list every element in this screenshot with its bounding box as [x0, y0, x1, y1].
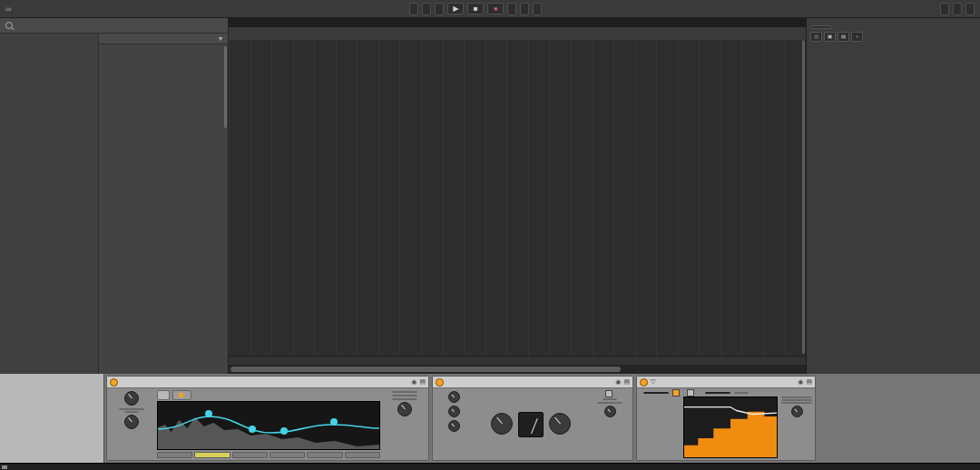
- soft-clip-button[interactable]: [603, 398, 617, 400]
- feedback-knob[interactable]: [124, 415, 139, 429]
- drywet-knob[interactable]: [397, 402, 412, 416]
- eq-node-4[interactable]: [330, 418, 338, 426]
- track-header-panel: ◎ ▣ ▤ ＋: [806, 18, 980, 374]
- ableton-live-window: ∞ ▶ ■ ● ▾: [0, 0, 980, 470]
- loop-length[interactable]: [533, 3, 542, 15]
- time-signature[interactable]: [435, 3, 444, 15]
- io-toggle-icon[interactable]: ▣: [824, 32, 836, 42]
- browser-search[interactable]: [0, 18, 228, 34]
- makeup-knob[interactable]: [549, 413, 571, 435]
- vu-needle: [531, 418, 538, 434]
- horizontal-scrollbar[interactable]: [229, 365, 806, 374]
- fold-icon[interactable]: ▽: [651, 378, 655, 386]
- drywet-knob[interactable]: [791, 406, 803, 417]
- rms-button[interactable]: [781, 399, 812, 401]
- glue-right-controls: [590, 390, 630, 458]
- glue-center: [475, 390, 586, 458]
- eq-display[interactable]: [157, 401, 380, 450]
- tempo-display[interactable]: [422, 3, 431, 15]
- eq-section: [157, 390, 380, 458]
- send-knob[interactable]: [124, 391, 139, 406]
- device-header[interactable]: ◉ ▤: [433, 377, 632, 388]
- glue-left-controls: [436, 390, 472, 458]
- threshold-knob[interactable]: [491, 413, 513, 435]
- drywet-knob[interactable]: [604, 406, 616, 417]
- transport-bar: ∞ ▶ ■ ●: [0, 0, 980, 18]
- device-on-toggle[interactable]: [436, 378, 444, 387]
- chain-tab-eq[interactable]: [172, 390, 191, 400]
- hotswap-icon[interactable]: ◉: [615, 378, 621, 386]
- loop-start[interactable]: [520, 3, 529, 15]
- output-checkbox[interactable]: [687, 389, 694, 397]
- out-value[interactable]: [705, 392, 730, 394]
- mixer-toggle-icon[interactable]: ▤: [838, 32, 849, 42]
- voltage-value[interactable]: [392, 395, 417, 397]
- save-preset-icon[interactable]: ▤: [623, 378, 630, 386]
- compressor-top-strip: [637, 388, 815, 397]
- set-button[interactable]: [810, 25, 832, 29]
- thresh-value[interactable]: [643, 392, 669, 394]
- eq-node-2[interactable]: [249, 426, 256, 433]
- predelay-value[interactable]: [119, 408, 144, 410]
- link-icon[interactable]: ∞: [5, 5, 11, 14]
- hotswap-icon[interactable]: ◉: [798, 378, 803, 386]
- search-icon: [5, 22, 13, 29]
- device-on-toggle[interactable]: [640, 378, 648, 387]
- vertical-scrollbar[interactable]: [802, 40, 805, 354]
- device-on-toggle[interactable]: [110, 378, 118, 387]
- tree-header[interactable]: ▾: [99, 34, 228, 44]
- scrollbar-thumb[interactable]: [230, 367, 621, 372]
- gain-reduction-meter: [518, 412, 544, 437]
- compressor-activity-display[interactable]: [683, 397, 778, 458]
- follow-icon[interactable]: ◎: [810, 32, 822, 42]
- ratio-knob[interactable]: [448, 420, 460, 432]
- save-preset-icon[interactable]: ▤: [419, 378, 426, 386]
- tree-scrollbar[interactable]: [224, 46, 227, 128]
- eq-band-row[interactable]: [157, 452, 380, 458]
- stereo-value[interactable]: [392, 391, 417, 393]
- hotswap-icon[interactable]: ◉: [411, 378, 416, 386]
- chain-color-swatch: [179, 393, 183, 397]
- ms-toggle[interactable]: [124, 411, 139, 413]
- eq-band-chip[interactable]: [232, 452, 268, 458]
- record-button[interactable]: ●: [487, 3, 504, 15]
- device-chain: ◉ ▤: [104, 374, 980, 463]
- eq-band-chip[interactable]: [270, 452, 305, 458]
- expand-button[interactable]: [781, 402, 812, 404]
- clip-checkbox[interactable]: [605, 390, 612, 397]
- threshold-section: [491, 413, 513, 436]
- play-button[interactable]: ▶: [447, 3, 464, 15]
- stop-button[interactable]: ■: [467, 3, 484, 15]
- eq-node-1[interactable]: [205, 410, 212, 417]
- eq-band-chip-selected[interactable]: [194, 452, 230, 458]
- bass-mono-value[interactable]: [392, 398, 417, 400]
- eq-node-3[interactable]: [280, 427, 288, 435]
- sort-icon[interactable]: ▾: [219, 34, 222, 44]
- peak-button[interactable]: [781, 397, 812, 398]
- rack-right-controls: [384, 390, 426, 458]
- device-modulated-cinematic-space: ◉ ▤: [106, 376, 429, 461]
- comp-left-controls: [640, 397, 680, 458]
- makeup-button[interactable]: [734, 392, 749, 394]
- midi-map-button[interactable]: [953, 3, 962, 15]
- attack-knob[interactable]: [448, 391, 460, 403]
- arrangement-lanes[interactable]: [229, 40, 806, 356]
- release-knob[interactable]: [448, 406, 460, 417]
- key-map-button[interactable]: [940, 3, 949, 15]
- browser-panel: ▾: [0, 18, 229, 374]
- eq-band-chip[interactable]: [345, 452, 380, 458]
- chain-tab-reverb[interactable]: [157, 390, 170, 400]
- automation-icon[interactable]: ＋: [851, 32, 863, 42]
- arrangement-position[interactable]: [507, 3, 516, 15]
- device-precise-compressor: ▽ ◉ ▤: [636, 376, 816, 461]
- eq-band-chip[interactable]: [307, 452, 342, 458]
- beat-time-ruler[interactable]: [229, 27, 806, 41]
- eq-band-chip[interactable]: [157, 452, 192, 458]
- range-value[interactable]: [597, 402, 622, 404]
- save-preset-icon[interactable]: ▤: [806, 378, 812, 386]
- device-header[interactable]: ◉ ▤: [107, 377, 428, 388]
- gr-checkbox[interactable]: [672, 389, 680, 397]
- tap-tempo-button[interactable]: [409, 3, 418, 15]
- device-drop-area[interactable]: [818, 376, 978, 461]
- device-header[interactable]: ▽ ◉ ▤: [637, 377, 815, 388]
